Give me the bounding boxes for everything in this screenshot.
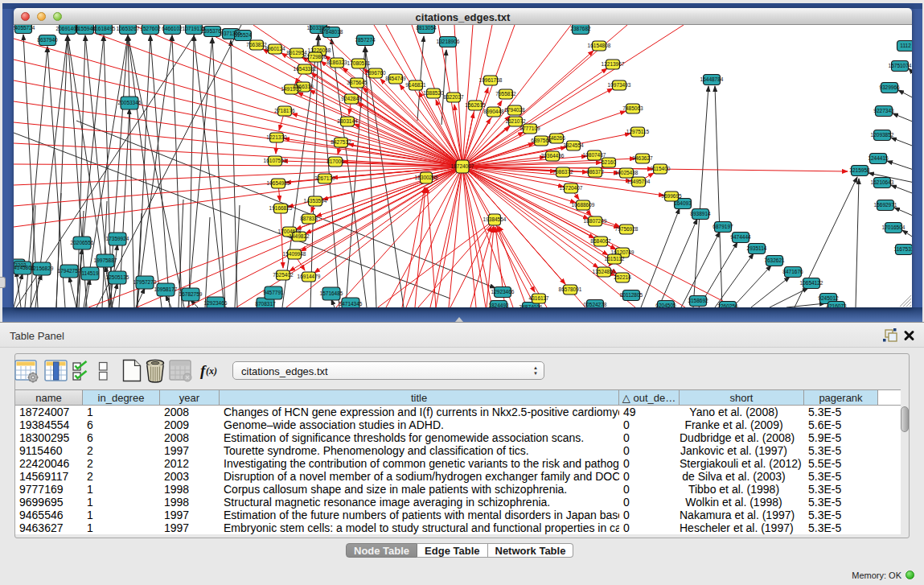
svg-text:16120749: 16120749 <box>611 249 634 255</box>
svg-text:18724007: 18724007 <box>451 163 474 169</box>
svg-text:15716485: 15716485 <box>320 290 343 296</box>
svg-text:13226058: 13226058 <box>308 47 331 53</box>
svg-text:9699695: 9699695 <box>661 193 682 199</box>
svg-text:12923466: 12923466 <box>204 300 228 306</box>
svg-text:8454749: 8454749 <box>385 76 406 81</box>
svg-text:10654985: 10654985 <box>267 180 290 186</box>
svg-text:746266: 746266 <box>548 135 565 141</box>
svg-text:1112: 1112 <box>900 43 911 48</box>
svg-text:8990448: 8990448 <box>483 109 504 114</box>
svg-text:10958177: 10958177 <box>154 286 178 292</box>
svg-text:3158692: 3158692 <box>688 298 708 303</box>
svg-text:2803144: 2803144 <box>337 118 358 124</box>
svg-text:1824493: 1824493 <box>488 303 509 307</box>
svg-text:8471676: 8471676 <box>782 269 803 274</box>
svg-text:16914479: 16914479 <box>298 274 321 279</box>
svg-text:1449822: 1449822 <box>289 233 310 239</box>
svg-text:8427512: 8427512 <box>331 139 351 145</box>
svg-text:6466102: 6466102 <box>162 26 183 31</box>
svg-text:7485063: 7485063 <box>622 105 643 111</box>
svg-text:1244415: 1244415 <box>868 155 889 161</box>
svg-text:7857274: 7857274 <box>355 37 376 43</box>
svg-text:24055724: 24055724 <box>14 25 35 31</box>
svg-text:18300295: 18300295 <box>415 175 438 180</box>
svg-text:12213967: 12213967 <box>602 61 625 67</box>
svg-text:1621072: 1621072 <box>505 118 526 124</box>
svg-text:13524851: 13524851 <box>593 269 616 274</box>
svg-text:6794028: 6794028 <box>504 107 525 113</box>
svg-text:9242848: 9242848 <box>341 96 362 101</box>
svg-text:17080531: 17080531 <box>347 60 371 66</box>
svg-text:15409948: 15409948 <box>283 251 306 257</box>
svg-text:1167531: 1167531 <box>894 246 912 252</box>
svg-text:10025438: 10025438 <box>615 170 639 175</box>
svg-text:252214: 252214 <box>614 274 631 280</box>
svg-text:62160: 62160 <box>602 159 616 165</box>
svg-text:13495794: 13495794 <box>627 179 651 184</box>
svg-text:9329966: 9329966 <box>879 84 900 90</box>
svg-text:10688609: 10688609 <box>572 202 595 208</box>
svg-text:7625402: 7625402 <box>273 272 294 278</box>
svg-text:12923466: 12923466 <box>491 289 515 295</box>
svg-text:20206556: 20206556 <box>71 240 94 245</box>
svg-text:81618495: 81618495 <box>92 26 116 31</box>
svg-text:10653267: 10653267 <box>117 26 140 31</box>
svg-text:8813054: 8813054 <box>416 25 437 31</box>
svg-text:887833: 887833 <box>300 216 318 221</box>
svg-text:1615112: 1615112 <box>605 256 625 262</box>
svg-text:15720407: 15720407 <box>560 185 583 191</box>
svg-text:2896760: 2896760 <box>365 70 386 76</box>
svg-text:80112805: 80112805 <box>620 292 643 298</box>
svg-text:515524: 515524 <box>234 32 252 38</box>
svg-text:9146821: 9146821 <box>405 82 426 88</box>
svg-text:17359924: 17359924 <box>106 236 129 241</box>
svg-text:9227343: 9227343 <box>873 108 894 113</box>
svg-text:3875645: 3875645 <box>347 80 368 85</box>
svg-text:18807249: 18807249 <box>584 218 607 224</box>
svg-text:7986372: 7986372 <box>552 169 573 175</box>
svg-text:8684067: 8684067 <box>590 238 611 244</box>
svg-text:10973493: 10973493 <box>608 82 631 88</box>
svg-text:10807487: 10807487 <box>583 152 606 158</box>
svg-text:15692971: 15692971 <box>874 202 897 208</box>
svg-text:19166825: 19166825 <box>269 205 293 211</box>
svg-text:20053346: 20053346 <box>118 100 142 105</box>
svg-text:16107553: 16107553 <box>264 158 287 163</box>
svg-text:79756928: 79756928 <box>615 226 639 232</box>
svg-text:8186323: 8186323 <box>326 60 347 65</box>
svg-text:9457791: 9457791 <box>263 290 284 295</box>
svg-text:9245012: 9245012 <box>818 295 839 301</box>
svg-text:34714345: 34714345 <box>339 301 363 307</box>
svg-text:8938914: 8938914 <box>690 211 711 216</box>
svg-text:7632621: 7632621 <box>764 257 785 263</box>
svg-text:9777109: 9777109 <box>519 126 540 131</box>
svg-text:16154808: 16154808 <box>588 43 611 48</box>
svg-text:15751074: 15751074 <box>889 63 912 68</box>
svg-text:14353594: 14353594 <box>304 198 327 204</box>
svg-text:17016504: 17016504 <box>882 225 906 230</box>
svg-text:9474444: 9474444 <box>730 234 751 240</box>
svg-text:16448784: 16448784 <box>700 76 724 82</box>
svg-text:8960124: 8960124 <box>265 46 285 51</box>
svg-text:97848018: 97848018 <box>320 29 343 35</box>
svg-text:8322037: 8322037 <box>443 94 464 100</box>
svg-text:20364436: 20364436 <box>541 153 565 159</box>
svg-text:2718176: 2718176 <box>274 108 295 113</box>
svg-text:8708317: 8708317 <box>255 301 276 307</box>
svg-text:1388520: 1388520 <box>423 90 444 96</box>
svg-text:17942757: 17942757 <box>58 268 81 274</box>
svg-text:3215958: 3215958 <box>849 167 870 173</box>
svg-text:817006: 817006 <box>326 159 344 164</box>
svg-text:10961758: 10961758 <box>479 77 503 83</box>
svg-text:16210643: 16210643 <box>871 179 894 185</box>
svg-text:4316117: 4316117 <box>529 295 549 301</box>
svg-text:6879197: 6879197 <box>713 224 733 229</box>
svg-text:2935114: 2935114 <box>747 245 767 251</box>
svg-text:3824554: 3824554 <box>563 142 584 148</box>
svg-text:1562615: 1562615 <box>465 102 486 108</box>
svg-text:1527602: 1527602 <box>140 26 161 31</box>
svg-text:6204505: 6204505 <box>655 303 676 307</box>
svg-text:00524278: 00524278 <box>584 302 607 307</box>
svg-text:(x): (x) <box>206 365 217 377</box>
svg-text:19384554: 19384554 <box>483 216 507 222</box>
